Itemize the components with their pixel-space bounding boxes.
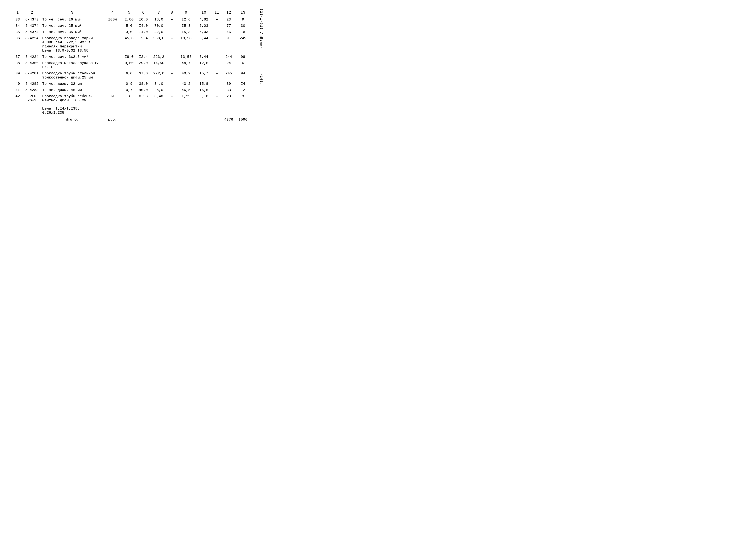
page-container: 821-1-313 ЛиБении -141. 15490-06-НО I 2 …: [13, 9, 250, 123]
header-col-13: I3: [236, 9, 250, 16]
cell-r5-c5: 29,0: [136, 60, 150, 70]
cell-r3-c2: Прокладка провода марки АППВС сеч. 2х2,5…: [41, 35, 103, 54]
cell-r3-c11: 6II: [222, 35, 236, 54]
cell-r6-c7: –: [167, 70, 176, 81]
cell-r8-c8: 46,5: [176, 87, 196, 93]
cell-r6-c4: 6,0: [122, 70, 136, 81]
cell-r7-c8: 43,2: [176, 81, 196, 87]
table-row: 358-4374То же, сеч. 35 мм²"3,0I4,042,0–I…: [13, 29, 250, 35]
cell-r8-c4: 0,7: [122, 87, 136, 93]
cell-r4-c7: –: [167, 54, 176, 60]
cell-r2-c12: I8: [236, 29, 250, 35]
cell-r0-c7: –: [167, 16, 176, 23]
cell-r4-c10: –: [212, 54, 222, 60]
header-col-1: I: [13, 9, 22, 16]
cell-r8-c0: 4I: [13, 87, 22, 93]
total-cell-7: [167, 116, 176, 123]
header-col-11: II: [212, 9, 222, 16]
cell-r0-c10: –: [212, 16, 222, 23]
cell-r1-c1: 8-4374: [22, 23, 41, 29]
cell-r2-c10: –: [212, 29, 222, 35]
cell-r6-c5: 37,0: [136, 70, 150, 81]
cell-r1-c8: I5,3: [176, 23, 196, 29]
cell-r7-c1: 8-4282: [22, 81, 41, 87]
cell-r7-c5: 38,0: [136, 81, 150, 87]
cell-r8-c5: 40,0: [136, 87, 150, 93]
cell-r8-c7: –: [167, 87, 176, 93]
cell-r8-c12: I2: [236, 87, 250, 93]
side-label-2: -141.: [259, 73, 263, 85]
total-cell-2: Итого:: [41, 116, 103, 123]
table-row: 368-4224Прокладка провода марки АППВС се…: [13, 35, 250, 54]
cell-r3-c0: 36: [13, 35, 22, 54]
cell-r1-c4: 5,0: [122, 23, 136, 29]
cell-r5-c12: 6: [236, 60, 250, 70]
cell-r7-c6: 34,0: [150, 81, 167, 87]
cell-r3-c6: 558,0: [150, 35, 167, 54]
cell-r8-c6: 28,0: [150, 87, 167, 93]
cell-r2-c6: 42,0: [150, 29, 167, 35]
cell-r6-c3: ": [103, 70, 122, 81]
cell-r3-c7: –: [167, 35, 176, 54]
cell-r0-c9: 4,82: [196, 16, 212, 23]
cell-r6-c1: 8-428I: [22, 70, 41, 81]
cell-r5-c9: I2,6: [196, 60, 212, 70]
cell-r6-c2: Прокладка трубн стальной тонкостенной ди…: [41, 70, 103, 81]
cell-r9-c12: 3: [236, 93, 250, 116]
header-col-6: 6: [136, 9, 150, 16]
table-row: 388-4360Прокладка металлорукава РЗ-ПХ-I6…: [13, 60, 250, 70]
table-row: 348-4374То же, сеч. 25 мм²"5,0I4,070,0–I…: [13, 23, 250, 29]
cell-r0-c2: То же, сеч. I6 мм²: [41, 16, 103, 23]
cell-r1-c2: То же, сеч. 25 мм²: [41, 23, 103, 29]
cell-r2-c1: 8-4374: [22, 29, 41, 35]
cell-r2-c11: 46: [222, 29, 236, 35]
total-cell-0: [13, 116, 22, 123]
total-cell-4: [122, 116, 136, 123]
cell-r9-c4: I8: [122, 93, 136, 116]
cell-r4-c3: ": [103, 54, 122, 60]
cell-r1-c10: –: [212, 23, 222, 29]
cell-r3-c3: ": [103, 35, 122, 54]
header-col-2: 2: [22, 9, 41, 16]
cell-r9-c0: 42: [13, 93, 22, 116]
header-col-3: 3: [41, 9, 103, 16]
cell-r0-c5: I0,0: [136, 16, 150, 23]
cell-r4-c12: 98: [236, 54, 250, 60]
cell-r8-c3: ": [103, 87, 122, 93]
cell-r9-c8: I,29: [176, 93, 196, 116]
cell-r2-c5: I4,0: [136, 29, 150, 35]
cell-r9-c9: 0,I8: [196, 93, 212, 116]
cell-r9-c6: 6,48: [150, 93, 167, 116]
cell-r2-c0: 35: [13, 29, 22, 35]
total-cell-1: [22, 116, 41, 123]
cell-r5-c6: I4,50: [150, 60, 167, 70]
cell-r3-c12: 245: [236, 35, 250, 54]
cell-r6-c11: 245: [222, 70, 236, 81]
cell-r0-c1: 8-4373: [22, 16, 41, 23]
cell-r1-c0: 34: [13, 23, 22, 29]
total-cell-8: [176, 116, 196, 123]
cell-r1-c11: 77: [222, 23, 236, 29]
cell-r2-c9: 6,03: [196, 29, 212, 35]
cell-r9-c5: 0,36: [136, 93, 150, 116]
cell-r0-c11: 23: [222, 16, 236, 23]
cell-r8-c2: То же, диам. 45 мм: [41, 87, 103, 93]
total-row: Итого:руб.4376I596: [13, 116, 250, 123]
cell-r3-c4: 45,0: [122, 35, 136, 54]
header-row: I 2 3 4 5 6 7 8 9 IO II I2 I3: [13, 9, 250, 16]
header-col-12: I2: [222, 9, 236, 16]
cell-r7-c7: –: [167, 81, 176, 87]
total-cell-11: 4376: [222, 116, 236, 123]
total-cell-12: I596: [236, 116, 250, 123]
cell-r1-c7: –: [167, 23, 176, 29]
main-table: I 2 3 4 5 6 7 8 9 IO II I2 I3 338-4373То…: [13, 9, 250, 123]
table-row: 42ЕРЕР 26-3Прокладка трубн асбоце-ментно…: [13, 93, 250, 116]
cell-r1-c5: I4,0: [136, 23, 150, 29]
cell-r1-c12: 30: [236, 23, 250, 29]
cell-r1-c9: 6,03: [196, 23, 212, 29]
cell-r9-c1: ЕРЕР 26-3: [22, 93, 41, 116]
total-cell-5: [136, 116, 150, 123]
cell-r2-c8: I5,3: [176, 29, 196, 35]
cell-r3-c1: 8-4224: [22, 35, 41, 54]
header-col-9: 9: [176, 9, 196, 16]
